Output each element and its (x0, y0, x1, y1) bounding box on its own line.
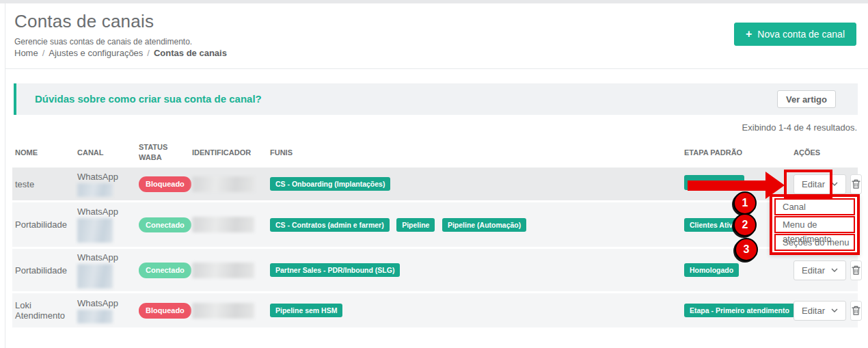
status-badge: Conectado (139, 217, 191, 233)
chevron-down-icon (831, 308, 838, 312)
header-divider (5, 68, 868, 69)
chevron-down-icon (831, 268, 838, 272)
cell-status-waba: Bloqueado (139, 176, 192, 192)
cell-canal: WhatsApp (77, 202, 139, 247)
edit-label: Editar (802, 265, 825, 276)
edit-dropdown-menu: Canal Menu de atendimento Seções do menu (770, 194, 860, 255)
page-subtitle: Gerencie suas contas de canais de atendi… (14, 37, 192, 46)
table-row: Loki Atendimento WhatsApp Bloqueado Pipe… (12, 293, 858, 327)
help-banner: Dúvidas sobre como criar sua conta de ca… (14, 83, 858, 115)
column-header-nome: NOME (15, 148, 77, 157)
cell-funis: CS - Contratos (admin e farmer) Pipeline… (270, 218, 684, 232)
cell-canal: WhatsApp (77, 249, 139, 291)
breadcrumb-home[interactable]: Home (14, 48, 38, 58)
help-banner-text: Dúvidas sobre como criar sua conta de ca… (35, 83, 262, 115)
cell-nome: teste (15, 179, 77, 189)
redacted-identifier (192, 217, 254, 232)
cell-identificador (192, 303, 270, 319)
delete-button[interactable] (850, 174, 862, 194)
redacted-identifier (192, 263, 254, 278)
annotation-arrow-shaft (688, 180, 767, 191)
cell-acoes: Editar (794, 301, 858, 321)
cell-status-waba: Bloqueado (139, 302, 192, 319)
annotation-arrow-head-icon (765, 172, 785, 199)
cell-identificador (192, 217, 270, 232)
cell-funis: Pipeline sem HSM (270, 304, 684, 317)
table-row: Portabilidade WhatsApp Conectado Partner… (12, 249, 858, 291)
channel-type-label: WhatsApp (77, 298, 139, 308)
edit-dropdown-button[interactable]: Editar (794, 260, 846, 280)
trash-icon (851, 265, 861, 276)
cell-nome: Portabilidade (15, 265, 77, 276)
redacted-phone (77, 310, 113, 323)
breadcrumb-settings[interactable]: Ajustes e configurações (49, 48, 143, 58)
funnel-badge: Pipeline (396, 218, 435, 232)
breadcrumb-separator: / (147, 48, 150, 58)
cell-nome: Portabilidade (15, 219, 77, 230)
annotation-step-2-badge: 2 (733, 213, 757, 237)
annotation-step-3-badge: 3 (735, 238, 758, 261)
cell-identificador (192, 176, 270, 192)
channel-accounts-table: NOME CANAL STATUS WABA IDENTIFICADOR FUN… (12, 139, 858, 327)
menu-item-menu-de-atendimento[interactable]: Menu de atendimento (774, 216, 855, 233)
cell-acoes: Editar (794, 260, 858, 280)
channel-type-label: WhatsApp (77, 206, 139, 217)
table-row: Portabilidade WhatsApp Conectado CS - Co… (12, 202, 858, 247)
cell-canal: WhatsApp (77, 168, 139, 200)
cell-etapa-padrao: Etapa - Primeiro atendimento (684, 304, 794, 317)
menu-item-canal[interactable]: Canal (774, 198, 855, 215)
top-divider (0, 0, 868, 3)
funnel-badge: CS - Onboarding (Implantações) (270, 177, 390, 191)
new-channel-account-button[interactable]: + Nova conta de canal (734, 23, 856, 46)
page: Contas de canais Gerencie suas contas de… (0, 0, 868, 348)
trash-icon (851, 178, 861, 189)
redacted-phone (77, 264, 113, 289)
column-header-status-waba: STATUS WABA (139, 142, 192, 163)
new-channel-account-label: Nova conta de canal (757, 29, 845, 40)
funnel-badge: CS - Contratos (admin e farmer) (270, 218, 390, 232)
status-badge: Bloqueado (139, 176, 191, 192)
column-header-funis: FUNIS (270, 148, 684, 157)
table-header-row: NOME CANAL STATUS WABA IDENTIFICADOR FUN… (12, 139, 858, 165)
channel-type-label: WhatsApp (77, 252, 139, 263)
cell-identificador (192, 263, 270, 278)
cell-funis: CS - Onboarding (Implantações) (270, 177, 684, 191)
breadcrumb-current: Contas de canais (154, 48, 227, 58)
funnel-badge: Pipeline sem HSM (270, 304, 342, 317)
annotation-step-1-badge: 1 (733, 191, 757, 215)
column-header-identificador: IDENTIFICADOR (192, 148, 270, 157)
page-title: Contas de canais (14, 11, 154, 32)
cell-status-waba: Conectado (139, 262, 192, 278)
cell-funis: Partner Sales - PDR/Inbound (SLG) (270, 263, 684, 277)
edit-dropdown-button[interactable]: Editar (794, 301, 846, 321)
channel-type-label: WhatsApp (77, 172, 139, 182)
column-header-acoes: AÇÕES (794, 148, 858, 157)
cell-canal: WhatsApp (77, 293, 139, 327)
view-article-button[interactable]: Ver artigo (777, 90, 836, 108)
delete-button[interactable] (850, 260, 862, 280)
status-badge: Conectado (139, 263, 191, 278)
redacted-identifier (192, 303, 254, 319)
sidebar-edge-divider (5, 3, 5, 348)
breadcrumb-separator: / (42, 48, 45, 58)
cell-nome: Loki Atendimento (15, 300, 77, 321)
funnel-badge: Pipeline (Automação) (442, 218, 526, 232)
edit-label: Editar (802, 306, 825, 316)
column-header-etapa-padrao: ETAPA PADRÃO (684, 148, 794, 157)
menu-item-secoes-do-menu[interactable]: Seções do menu (774, 234, 855, 251)
redacted-phone (77, 183, 113, 197)
breadcrumb: Home/Ajustes e configurações/Contas de c… (14, 48, 227, 58)
results-summary: Exibindo 1-4 de 4 resultados. (742, 122, 857, 133)
funnel-badge: Partner Sales - PDR/Inbound (SLG) (270, 263, 400, 277)
cell-etapa-padrao: Homologado (684, 263, 794, 277)
redacted-identifier (192, 176, 254, 192)
column-header-canal: CANAL (77, 148, 139, 157)
plus-icon: + (746, 29, 752, 40)
default-stage-badge: Homologado (684, 263, 739, 277)
cell-status-waba: Conectado (139, 217, 192, 233)
delete-button[interactable] (850, 301, 862, 321)
status-badge: Bloqueado (139, 303, 191, 319)
annotation-highlight-box-editar (784, 170, 832, 199)
redacted-phone (77, 218, 113, 243)
default-stage-badge: Etapa - Primeiro atendimento (684, 304, 795, 317)
